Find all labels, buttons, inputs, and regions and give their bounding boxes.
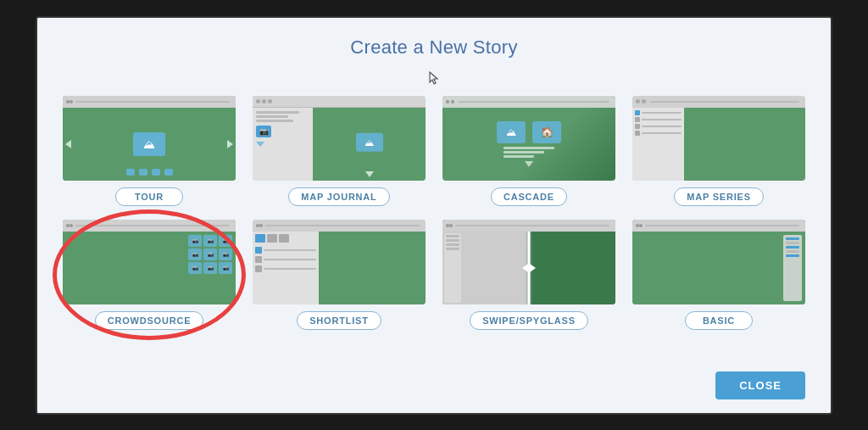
cursor-area bbox=[37, 67, 831, 87]
dialog-footer: CLOSE bbox=[37, 363, 831, 413]
thumbnail-mapseries bbox=[632, 96, 805, 181]
story-item-crowdsource[interactable]: 📷 📷 📷 📷 📷 📷 📷 📷 📷 bbox=[63, 220, 236, 330]
story-label-crowdsource[interactable]: CROWDSOURCE bbox=[95, 311, 204, 330]
dialog-header: Create a New Story bbox=[37, 18, 831, 67]
story-grid: ⛰ bbox=[63, 96, 805, 330]
thumbnail-first: ⛰ bbox=[63, 96, 236, 181]
thumbnail-cascade: ⛰ 🏠 bbox=[442, 96, 615, 181]
dialog-title: Create a New Story bbox=[37, 36, 831, 59]
story-label-cascade[interactable]: CASCADE bbox=[491, 187, 567, 206]
thumbnail-basic bbox=[632, 220, 805, 304]
thumbnail-shortlist bbox=[253, 220, 426, 304]
story-label-swipe[interactable]: SWIPE/SPYGLASS bbox=[470, 311, 588, 330]
thumbnail-mapjournal: 📷 ⛰ bbox=[253, 96, 426, 181]
create-story-dialog: Create a New Story bbox=[36, 16, 832, 415]
cursor-icon bbox=[426, 70, 442, 86]
story-label-shortlist[interactable]: SHORTLIST bbox=[297, 311, 381, 330]
thumbnail-crowdsource: 📷 📷 📷 📷 📷 📷 📷 📷 📷 bbox=[63, 220, 236, 304]
story-item-basic[interactable]: BASIC bbox=[632, 220, 805, 330]
story-label-first[interactable]: TOUR bbox=[115, 187, 183, 206]
story-item-mapseries[interactable]: MAP SERIES bbox=[632, 96, 805, 206]
story-item-mapjournal[interactable]: 📷 ⛰ MAP JO bbox=[253, 96, 426, 206]
story-label-mapjournal[interactable]: MAP JOURNAL bbox=[288, 187, 389, 206]
story-label-mapseries[interactable]: MAP SERIES bbox=[674, 187, 764, 206]
thumbnail-swipe bbox=[442, 220, 615, 304]
story-item-swipe[interactable]: SWIPE/SPYGLASS bbox=[442, 220, 615, 330]
close-button[interactable]: CLOSE bbox=[715, 371, 805, 399]
dialog-body: ⛰ bbox=[37, 87, 831, 363]
story-item-first[interactable]: ⛰ bbox=[63, 96, 236, 206]
story-item-cascade[interactable]: ⛰ 🏠 bbox=[442, 96, 615, 206]
story-item-shortlist[interactable]: SHORTLIST bbox=[253, 220, 426, 330]
crowdsource-grid: 📷 📷 📷 📷 📷 📷 📷 📷 📷 bbox=[188, 235, 232, 274]
story-label-basic[interactable]: BASIC bbox=[685, 311, 753, 330]
